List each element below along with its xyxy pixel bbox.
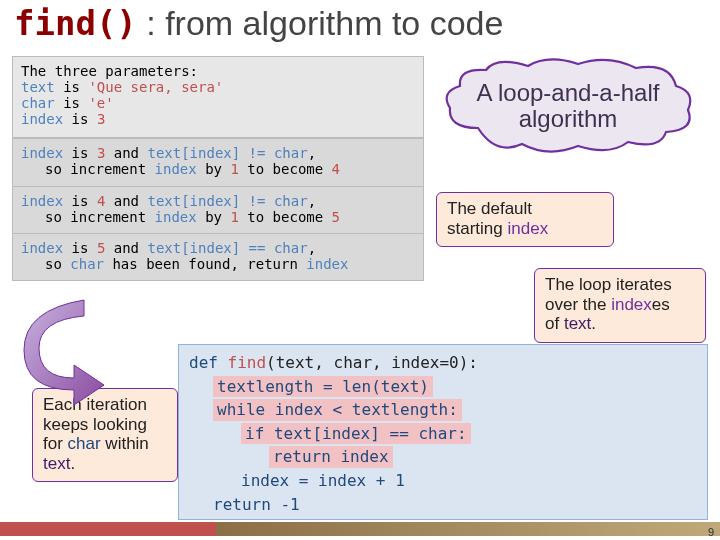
callout-each-iteration: Each iteration keeps looking for char wi… [32, 388, 178, 482]
trace-head-l2: text is 'Que sera, sera' [21, 79, 415, 95]
slide-title: find() : from algorithm to code [0, 0, 720, 42]
code-line-1: def find(text, char, index=0): [185, 351, 701, 375]
page-number: 9 [708, 526, 714, 538]
code-line-2: textlength = len(text) [185, 375, 701, 399]
code-line-4: if text[index] == char: [185, 422, 701, 446]
code-block: def find(text, char, index=0): textlengt… [178, 344, 708, 520]
code-line-7: return -1 [185, 493, 701, 517]
footer-accent-bar [0, 522, 720, 536]
trace-head-l1: The three parameters: [21, 63, 415, 79]
trace-row: index is 3 and text[index] != char, so i… [13, 138, 423, 185]
callout-iterates: The loop iterates over the indexes of te… [534, 268, 706, 343]
trace-table: The three parameters: text is 'Que sera,… [12, 56, 424, 281]
trace-row: index is 5 and text[index] == char, so c… [13, 233, 423, 280]
code-line-5: return index [185, 445, 701, 469]
callout-start-index: The default starting index [436, 192, 614, 247]
trace-row: index is 4 and text[index] != char, so i… [13, 186, 423, 233]
trace-head-l3: char is 'e' [21, 95, 415, 111]
cloud-text: A loop-and-a-half algorithm [438, 58, 698, 154]
title-fn: find() [14, 3, 137, 43]
trace-head-l4: index is 3 [21, 111, 415, 127]
thought-cloud: A loop-and-a-half algorithm [438, 58, 698, 154]
trace-header: The three parameters: text is 'Que sera,… [13, 57, 423, 138]
code-line-6: index = index + 1 [185, 469, 701, 493]
title-rest: : from algorithm to code [137, 4, 504, 42]
code-line-3: while index < textlength: [185, 398, 701, 422]
